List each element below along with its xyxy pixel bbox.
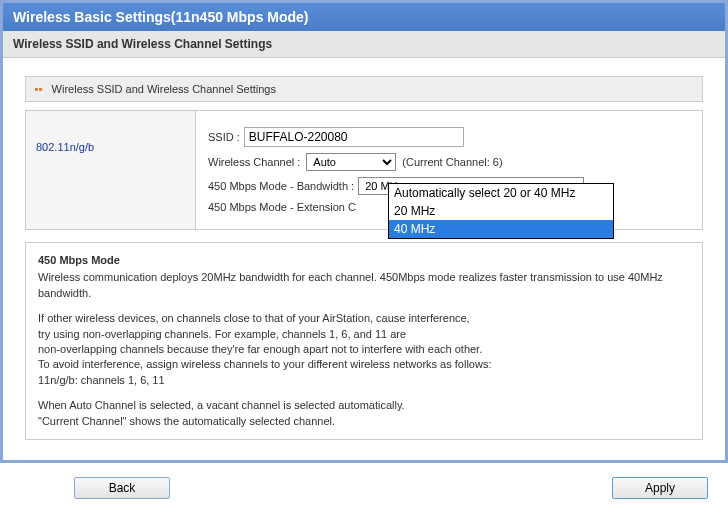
ssid-input[interactable] bbox=[244, 127, 464, 147]
wireless-channel-select[interactable]: Auto bbox=[306, 153, 396, 171]
bandwidth-option-40mhz[interactable]: 40 MHz bbox=[389, 220, 613, 238]
section-marker-icon: ▪▪ bbox=[34, 82, 43, 96]
channel-label: Wireless Channel : bbox=[208, 156, 300, 168]
help-text: non-overlapping channels because they're… bbox=[38, 342, 690, 357]
apply-button[interactable]: Apply bbox=[612, 477, 708, 499]
help-text: "Current Channel" shows the automaticall… bbox=[38, 414, 690, 429]
help-heading: 450 Mbps Mode bbox=[38, 253, 690, 268]
extension-channel-label: 450 Mbps Mode - Extension C bbox=[208, 201, 356, 213]
bandwidth-label: 450 Mbps Mode - Bandwidth : bbox=[208, 180, 354, 192]
help-text: try using non-overlapping channels. For … bbox=[38, 327, 690, 342]
settings-table: 802.11n/g/b SSID : Wireless Channel : Au… bbox=[25, 110, 703, 230]
footer-buttons: Back Apply bbox=[0, 463, 728, 513]
wireless-standard-label: 802.11n/g/b bbox=[26, 111, 196, 229]
back-button[interactable]: Back bbox=[74, 477, 170, 499]
ssid-label: SSID : bbox=[208, 131, 240, 143]
bandwidth-dropdown-popup: Automatically select 20 or 40 MHz 20 MHz… bbox=[388, 183, 614, 239]
section-header-label: Wireless SSID and Wireless Channel Setti… bbox=[52, 83, 276, 95]
help-text: Wireless communication deploys 20MHz ban… bbox=[38, 270, 690, 301]
current-channel-text: (Current Channel: 6) bbox=[402, 156, 502, 168]
bandwidth-option-20mhz[interactable]: 20 MHz bbox=[389, 202, 613, 220]
help-text: 11n/g/b: channels 1, 6, 11 bbox=[38, 373, 690, 388]
settings-cell: SSID : Wireless Channel : Auto (Current … bbox=[196, 111, 702, 229]
page-subtitle: Wireless SSID and Wireless Channel Setti… bbox=[3, 31, 725, 58]
help-box: 450 Mbps Mode Wireless communication dep… bbox=[25, 242, 703, 440]
page-title: Wireless Basic Settings(11n450 Mbps Mode… bbox=[3, 3, 725, 31]
bandwidth-option-auto[interactable]: Automatically select 20 or 40 MHz bbox=[389, 184, 613, 202]
help-text: If other wireless devices, on channels c… bbox=[38, 311, 690, 326]
section-header: ▪▪ Wireless SSID and Wireless Channel Se… bbox=[25, 76, 703, 102]
help-text: When Auto Channel is selected, a vacant … bbox=[38, 398, 690, 413]
help-text: To avoid interference, assign wireless c… bbox=[38, 357, 690, 372]
